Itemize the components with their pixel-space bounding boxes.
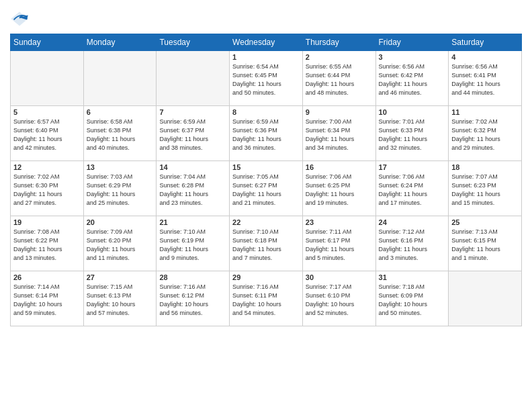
calendar-cell: 15Sunrise: 7:05 AM Sunset: 6:27 PM Dayli… xyxy=(230,161,303,216)
calendar-cell: 20Sunrise: 7:09 AM Sunset: 6:20 PM Dayli… xyxy=(83,216,157,271)
day-info: Sunrise: 7:05 AM Sunset: 6:27 PM Dayligh… xyxy=(232,173,300,208)
calendar-cell: 28Sunrise: 7:16 AM Sunset: 6:12 PM Dayli… xyxy=(157,271,230,326)
day-number: 25 xyxy=(451,218,519,226)
day-number: 21 xyxy=(159,218,226,226)
calendar-cell: 18Sunrise: 7:07 AM Sunset: 6:23 PM Dayli… xyxy=(449,161,522,216)
calendar-cell: 26Sunrise: 7:14 AM Sunset: 6:14 PM Dayli… xyxy=(11,271,84,326)
logo-icon xyxy=(10,9,29,28)
day-info: Sunrise: 7:06 AM Sunset: 6:25 PM Dayligh… xyxy=(306,173,373,208)
day-info: Sunrise: 7:10 AM Sunset: 6:19 PM Dayligh… xyxy=(159,228,226,263)
day-number: 30 xyxy=(306,273,373,281)
day-info: Sunrise: 7:16 AM Sunset: 6:12 PM Dayligh… xyxy=(159,283,226,318)
calendar-cell: 7Sunrise: 6:59 AM Sunset: 6:37 PM Daylig… xyxy=(157,106,230,161)
day-number: 27 xyxy=(87,273,154,281)
calendar-cell: 25Sunrise: 7:13 AM Sunset: 6:15 PM Dayli… xyxy=(449,216,522,271)
weekday-header-monday: Monday xyxy=(83,34,157,51)
day-info: Sunrise: 7:09 AM Sunset: 6:20 PM Dayligh… xyxy=(87,228,154,263)
calendar-cell xyxy=(11,51,84,106)
calendar-cell: 21Sunrise: 7:10 AM Sunset: 6:19 PM Dayli… xyxy=(157,216,230,271)
week-row-0: 1Sunrise: 6:54 AM Sunset: 6:45 PM Daylig… xyxy=(11,51,522,106)
day-number: 13 xyxy=(87,163,154,171)
day-number: 16 xyxy=(306,163,373,171)
logo xyxy=(10,9,30,28)
calendar-cell: 9Sunrise: 7:00 AM Sunset: 6:34 PM Daylig… xyxy=(302,106,375,161)
weekday-header-wednesday: Wednesday xyxy=(230,34,303,51)
calendar-cell: 29Sunrise: 7:16 AM Sunset: 6:11 PM Dayli… xyxy=(230,271,303,326)
calendar-cell: 2Sunrise: 6:55 AM Sunset: 6:44 PM Daylig… xyxy=(302,51,375,106)
calendar-cell xyxy=(449,271,522,326)
calendar-cell: 8Sunrise: 6:59 AM Sunset: 6:36 PM Daylig… xyxy=(230,106,303,161)
calendar-cell: 3Sunrise: 6:56 AM Sunset: 6:42 PM Daylig… xyxy=(375,51,449,106)
calendar-cell: 6Sunrise: 6:58 AM Sunset: 6:38 PM Daylig… xyxy=(83,106,157,161)
day-info: Sunrise: 7:18 AM Sunset: 6:09 PM Dayligh… xyxy=(379,283,446,318)
day-number: 6 xyxy=(87,108,154,116)
calendar-cell: 13Sunrise: 7:03 AM Sunset: 6:29 PM Dayli… xyxy=(83,161,157,216)
weekday-header-sunday: Sunday xyxy=(11,34,84,51)
calendar-cell xyxy=(157,51,230,106)
day-info: Sunrise: 6:56 AM Sunset: 6:41 PM Dayligh… xyxy=(451,62,519,97)
day-number: 3 xyxy=(379,53,446,61)
day-info: Sunrise: 6:58 AM Sunset: 6:38 PM Dayligh… xyxy=(87,118,154,152)
day-number: 5 xyxy=(13,108,81,116)
day-info: Sunrise: 7:17 AM Sunset: 6:10 PM Dayligh… xyxy=(306,283,373,318)
day-number: 4 xyxy=(451,53,519,61)
calendar-cell: 10Sunrise: 7:01 AM Sunset: 6:33 PM Dayli… xyxy=(375,106,449,161)
day-number: 7 xyxy=(159,108,226,116)
header xyxy=(10,7,522,28)
day-number: 28 xyxy=(159,273,226,281)
calendar-cell: 30Sunrise: 7:17 AM Sunset: 6:10 PM Dayli… xyxy=(302,271,375,326)
day-info: Sunrise: 7:08 AM Sunset: 6:22 PM Dayligh… xyxy=(13,228,81,263)
day-number: 11 xyxy=(451,108,519,116)
calendar-cell: 4Sunrise: 6:56 AM Sunset: 6:41 PM Daylig… xyxy=(449,51,522,106)
day-info: Sunrise: 7:16 AM Sunset: 6:11 PM Dayligh… xyxy=(232,283,300,318)
calendar-cell: 12Sunrise: 7:02 AM Sunset: 6:30 PM Dayli… xyxy=(11,161,84,216)
day-info: Sunrise: 7:01 AM Sunset: 6:33 PM Dayligh… xyxy=(379,118,446,152)
day-number: 10 xyxy=(379,108,446,116)
week-row-1: 5Sunrise: 6:57 AM Sunset: 6:40 PM Daylig… xyxy=(11,106,522,161)
week-row-3: 19Sunrise: 7:08 AM Sunset: 6:22 PM Dayli… xyxy=(11,216,522,271)
calendar-cell: 23Sunrise: 7:11 AM Sunset: 6:17 PM Dayli… xyxy=(302,216,375,271)
day-number: 23 xyxy=(306,218,373,226)
day-info: Sunrise: 7:00 AM Sunset: 6:34 PM Dayligh… xyxy=(306,118,373,152)
weekday-header-saturday: Saturday xyxy=(449,34,522,51)
weekday-header-thursday: Thursday xyxy=(302,34,375,51)
calendar-cell: 16Sunrise: 7:06 AM Sunset: 6:25 PM Dayli… xyxy=(302,161,375,216)
day-number: 14 xyxy=(159,163,226,171)
day-number: 26 xyxy=(13,273,81,281)
day-number: 15 xyxy=(232,163,300,171)
day-number: 1 xyxy=(232,53,300,61)
page: SundayMondayTuesdayWednesdayThursdayFrid… xyxy=(0,0,532,411)
day-info: Sunrise: 7:02 AM Sunset: 6:30 PM Dayligh… xyxy=(13,173,81,208)
day-number: 17 xyxy=(379,163,446,171)
day-info: Sunrise: 6:57 AM Sunset: 6:40 PM Dayligh… xyxy=(13,118,81,152)
calendar-cell: 22Sunrise: 7:10 AM Sunset: 6:18 PM Dayli… xyxy=(230,216,303,271)
day-number: 9 xyxy=(306,108,373,116)
day-number: 19 xyxy=(13,218,81,226)
day-info: Sunrise: 7:07 AM Sunset: 6:23 PM Dayligh… xyxy=(451,173,519,208)
calendar-cell: 19Sunrise: 7:08 AM Sunset: 6:22 PM Dayli… xyxy=(11,216,84,271)
day-number: 22 xyxy=(232,218,300,226)
day-number: 24 xyxy=(379,218,446,226)
day-number: 2 xyxy=(306,53,373,61)
day-info: Sunrise: 7:14 AM Sunset: 6:14 PM Dayligh… xyxy=(13,283,81,318)
day-number: 31 xyxy=(379,273,446,281)
calendar-cell: 24Sunrise: 7:12 AM Sunset: 6:16 PM Dayli… xyxy=(375,216,449,271)
calendar-cell: 17Sunrise: 7:06 AM Sunset: 6:24 PM Dayli… xyxy=(375,161,449,216)
day-info: Sunrise: 6:54 AM Sunset: 6:45 PM Dayligh… xyxy=(232,62,300,97)
day-number: 8 xyxy=(232,108,300,116)
calendar-cell: 31Sunrise: 7:18 AM Sunset: 6:09 PM Dayli… xyxy=(375,271,449,326)
day-info: Sunrise: 6:56 AM Sunset: 6:42 PM Dayligh… xyxy=(379,62,446,97)
day-info: Sunrise: 7:12 AM Sunset: 6:16 PM Dayligh… xyxy=(379,228,446,263)
day-info: Sunrise: 6:55 AM Sunset: 6:44 PM Dayligh… xyxy=(306,62,373,97)
day-number: 20 xyxy=(87,218,154,226)
calendar-table: SundayMondayTuesdayWednesdayThursdayFrid… xyxy=(10,34,522,326)
calendar-cell xyxy=(83,51,157,106)
week-row-2: 12Sunrise: 7:02 AM Sunset: 6:30 PM Dayli… xyxy=(11,161,522,216)
day-info: Sunrise: 7:04 AM Sunset: 6:28 PM Dayligh… xyxy=(159,173,226,208)
day-info: Sunrise: 7:03 AM Sunset: 6:29 PM Dayligh… xyxy=(87,173,154,208)
calendar-cell: 11Sunrise: 7:02 AM Sunset: 6:32 PM Dayli… xyxy=(449,106,522,161)
day-info: Sunrise: 7:11 AM Sunset: 6:17 PM Dayligh… xyxy=(306,228,373,263)
day-number: 18 xyxy=(451,163,519,171)
day-info: Sunrise: 7:10 AM Sunset: 6:18 PM Dayligh… xyxy=(232,228,300,263)
week-row-4: 26Sunrise: 7:14 AM Sunset: 6:14 PM Dayli… xyxy=(11,271,522,326)
